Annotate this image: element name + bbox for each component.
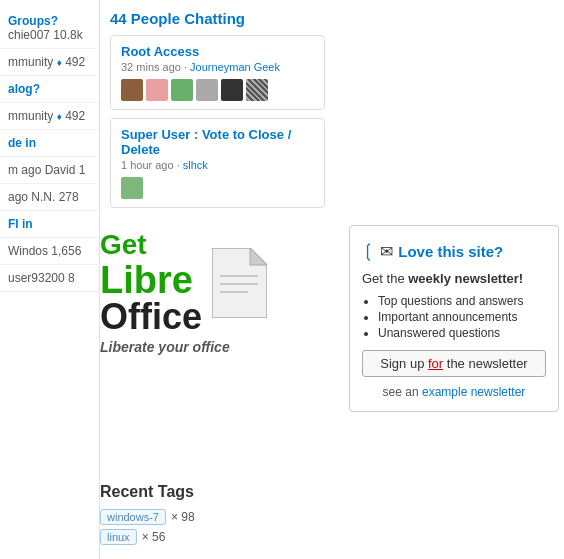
- chat-card-title[interactable]: Root Access: [121, 44, 314, 59]
- logo-text-block: Get Libre Office: [100, 230, 202, 335]
- logo-get: Get: [100, 230, 202, 261]
- avatar: [196, 79, 218, 101]
- avatar-list: [121, 177, 314, 199]
- sidebar-item-alog: alog?: [0, 76, 99, 103]
- sidebar-item-community2: mmunity ♦ 492: [0, 103, 99, 130]
- tag-count: × 56: [142, 530, 166, 544]
- avatar: [171, 79, 193, 101]
- chat-card-author-link[interactable]: slhck: [183, 159, 208, 171]
- chat-card-root-access: Root Access 32 mins ago · Journeyman Gee…: [110, 35, 325, 110]
- newsletter-widget: ❲ ✉ Love this site? Get the weekly newsl…: [349, 225, 559, 412]
- main-content: 44 People Chatting Root Access 32 mins a…: [100, 0, 564, 226]
- chat-card-title[interactable]: Super User : Vote to Close / Delete: [121, 127, 314, 157]
- avatar: [121, 79, 143, 101]
- logo-libre: Libre: [100, 261, 202, 299]
- sidebar-item-community1: mmunity ♦ 492: [0, 49, 99, 76]
- chat-card-meta: 32 mins ago · Journeyman Geek: [121, 61, 314, 73]
- recent-tags-section: Recent Tags windows-7 × 98 linux × 56: [100, 483, 320, 549]
- sidebar-item-windos: Windos 1,656: [0, 238, 99, 265]
- sidebar-item-nn: ago N.N. 278: [0, 184, 99, 211]
- tag-badge[interactable]: windows-7: [100, 509, 166, 525]
- chat-header: 44 People Chatting: [110, 10, 554, 27]
- tag-count: × 98: [171, 510, 195, 524]
- libreoffice-section: Get Libre Office Liberate your office: [100, 230, 330, 355]
- newsletter-list: Top questions and answers Important anno…: [362, 294, 546, 340]
- tag-badge[interactable]: linux: [100, 529, 137, 545]
- newsletter-list-item: Top questions and answers: [378, 294, 546, 308]
- newsletter-title: Love this site?: [398, 243, 503, 260]
- sidebar: Groups? chie007 10.8k mmunity ♦ 492 alog…: [0, 0, 100, 559]
- avatar: [146, 79, 168, 101]
- newsletter-example-link[interactable]: example newsletter: [422, 385, 525, 399]
- avatar: [221, 79, 243, 101]
- libreoffice-logo: Get Libre Office: [100, 230, 330, 335]
- sidebar-item-user93200: user93200 8: [0, 265, 99, 292]
- newsletter-header: ❲ ✉ Love this site?: [362, 238, 546, 265]
- document-icon: [212, 248, 267, 321]
- chat-card-author-link[interactable]: Journeyman Geek: [190, 61, 280, 73]
- recent-tags-title: Recent Tags: [100, 483, 320, 501]
- sidebar-item-david: m ago David 1: [0, 157, 99, 184]
- avatar: [121, 177, 143, 199]
- avatar: [246, 79, 268, 101]
- tag-item-windows7: windows-7 × 98: [100, 509, 195, 525]
- logo-tagline: Liberate your office: [100, 339, 330, 355]
- newsletter-example: see an example newsletter: [362, 385, 546, 399]
- bracket-icon: ❲: [362, 238, 375, 265]
- sidebar-item-dein: de in: [0, 130, 99, 157]
- newsletter-signup-button[interactable]: Sign up for the newsletter: [362, 350, 546, 377]
- chat-card-super-user: Super User : Vote to Close / Delete 1 ho…: [110, 118, 325, 208]
- newsletter-list-item: Important announcements: [378, 310, 546, 324]
- sidebar-item-flin: Fl in: [0, 211, 99, 238]
- svg-marker-1: [250, 248, 267, 265]
- newsletter-subtitle: Get the weekly newsletter!: [362, 271, 546, 286]
- sidebar-item-groups: Groups? chie007 10.8k: [0, 8, 99, 49]
- newsletter-list-item: Unanswered questions: [378, 326, 546, 340]
- tag-item-linux: linux × 56: [100, 529, 165, 545]
- envelope-icon: ✉: [380, 242, 393, 261]
- logo-office: Office: [100, 299, 202, 335]
- chat-card-meta: 1 hour ago · slhck: [121, 159, 314, 171]
- avatar-list: [121, 79, 314, 101]
